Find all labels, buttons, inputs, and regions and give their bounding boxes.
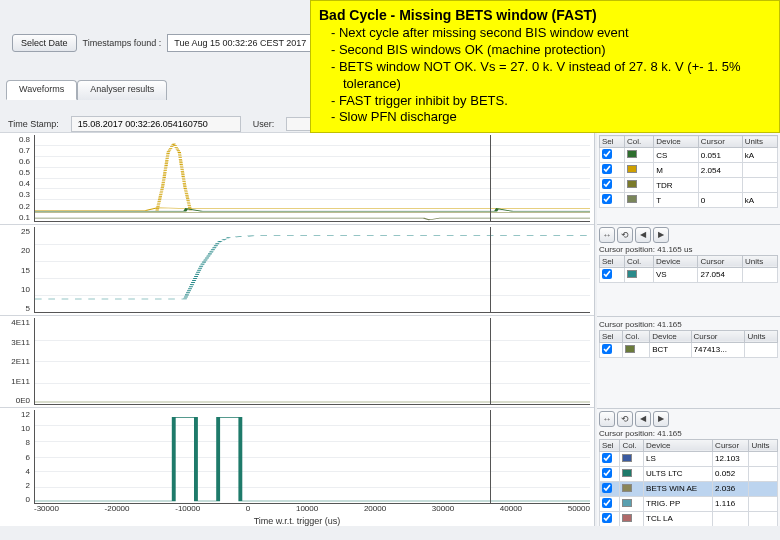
chart-4-yaxis: 1210 86 42 0 bbox=[0, 408, 32, 506]
legend-pane-2: ↔ ⟲ ◀ ▶ Cursor position: 41.165 us SelCo… bbox=[597, 224, 780, 316]
note-item: FAST trigger inhibit by BETS. bbox=[331, 93, 771, 110]
chart-4[interactable]: 1210 86 42 0 -30000-20000 -100000 100002… bbox=[0, 407, 594, 526]
legend-checkbox[interactable] bbox=[602, 149, 612, 159]
legend-checkbox[interactable] bbox=[602, 344, 612, 354]
legend-pane-3: Cursor position: 41.165 SelCol.DeviceCur… bbox=[597, 316, 780, 408]
legend-table-3[interactable]: SelCol.DeviceCursorUnits BCT747413... bbox=[599, 330, 778, 358]
note-item: Second BIS windows OK (machine protectio… bbox=[331, 42, 771, 59]
legend-checkbox[interactable] bbox=[602, 468, 612, 478]
legend-table-1[interactable]: SelCol.DeviceCursorUnits CS0.051kA M2.05… bbox=[599, 135, 778, 208]
next-icon[interactable]: ▶ bbox=[653, 411, 669, 427]
next-icon[interactable]: ▶ bbox=[653, 227, 669, 243]
tab-analyser-results[interactable]: Analyser results bbox=[77, 80, 167, 100]
time-stamp-value: 15.08.2017 00:32:26.054160750 bbox=[71, 116, 241, 132]
legend-row: M2.054 bbox=[600, 163, 778, 178]
tool-icon[interactable]: ↔ bbox=[599, 411, 615, 427]
chart-1-yaxis: 0.80.7 0.60.5 0.40.3 0.20.1 bbox=[0, 133, 32, 224]
note-item: Next cycle after missing second BIS wind… bbox=[331, 25, 771, 42]
chart-3[interactable]: 4E113E11 2E111E11 0E0 bbox=[0, 315, 594, 407]
chart-stack: 0.80.7 0.60.5 0.40.3 0.20.1 bbox=[0, 132, 595, 526]
legend-table-4[interactable]: SelCol.DeviceCursorUnits LS12.103 ULTS L… bbox=[599, 439, 778, 526]
legend-checkbox[interactable] bbox=[602, 498, 612, 508]
timestamps-found-label: Timestamps found : bbox=[83, 38, 162, 48]
tool-icon[interactable]: ⟲ bbox=[617, 411, 633, 427]
legend-pane-4: ↔ ⟲ ◀ ▶ Cursor position: 41.165 SelCol.D… bbox=[597, 408, 780, 526]
legend-row: T0kA bbox=[600, 193, 778, 208]
note-item: Slow PFN discharge bbox=[331, 109, 771, 126]
legend-checkbox[interactable] bbox=[602, 194, 612, 204]
legend-row: VS27.054 bbox=[600, 267, 778, 282]
prev-icon[interactable]: ◀ bbox=[635, 411, 651, 427]
time-stamp-label: Time Stamp: bbox=[8, 119, 59, 129]
annotation-note: Bad Cycle - Missing BETS window (FAST) N… bbox=[310, 0, 780, 133]
chart-2-yaxis: 2520 1510 5 bbox=[0, 225, 32, 316]
tab-waveforms[interactable]: Waveforms bbox=[6, 80, 77, 100]
chart-xaxis: -30000-20000 -100000 1000020000 30000400… bbox=[34, 504, 590, 516]
note-title: Bad Cycle - Missing BETS window (FAST) bbox=[319, 7, 771, 23]
legend-table-2[interactable]: SelCol.DeviceCursorUnits VS27.054 bbox=[599, 255, 778, 283]
chart-3-yaxis: 4E113E11 2E111E11 0E0 bbox=[0, 316, 32, 407]
legend-checkbox[interactable] bbox=[602, 513, 612, 523]
user-label: User: bbox=[253, 119, 275, 129]
legend-row: BCT747413... bbox=[600, 342, 778, 357]
legend-row: LS12.103 bbox=[600, 451, 778, 466]
x-axis-label: Time w.r.t. trigger (us) bbox=[0, 516, 594, 526]
note-item: BETS window NOT OK. Vs = 27. 0 k. V inst… bbox=[331, 59, 771, 93]
legend-pane-1: SelCol.DeviceCursorUnits CS0.051kA M2.05… bbox=[597, 132, 780, 224]
prev-icon[interactable]: ◀ bbox=[635, 227, 651, 243]
legend-checkbox[interactable] bbox=[602, 269, 612, 279]
legend-row: CS0.051kA bbox=[600, 148, 778, 163]
select-date-button[interactable]: Select Date bbox=[12, 34, 77, 52]
legend-row: TRIG. PP1.116 bbox=[600, 496, 778, 511]
tool-icon[interactable]: ↔ bbox=[599, 227, 615, 243]
legend-checkbox[interactable] bbox=[602, 164, 612, 174]
legend-row: TDR bbox=[600, 178, 778, 193]
legend-row: ULTS LTC0.052 bbox=[600, 466, 778, 481]
tool-icon[interactable]: ⟲ bbox=[617, 227, 633, 243]
chart-2[interactable]: 2520 1510 5 bbox=[0, 224, 594, 316]
legend-row: TCL LA bbox=[600, 511, 778, 526]
legend-checkbox[interactable] bbox=[602, 453, 612, 463]
chart-1[interactable]: 0.80.7 0.60.5 0.40.3 0.20.1 bbox=[0, 132, 594, 224]
legend-checkbox[interactable] bbox=[602, 483, 612, 493]
legend-checkbox[interactable] bbox=[602, 179, 612, 189]
legend-row: BETS WIN AE2.036 bbox=[600, 481, 778, 496]
